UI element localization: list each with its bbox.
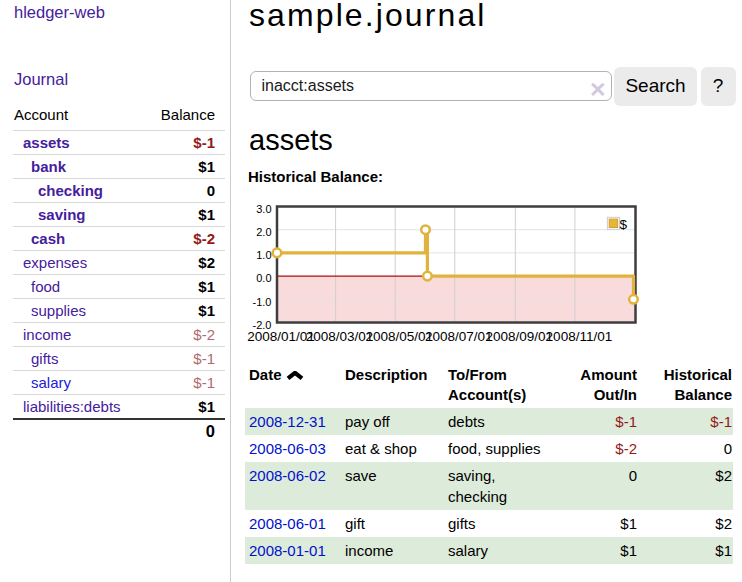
svg-text:0.0: 0.0	[256, 272, 271, 284]
svg-text:2008/07/01: 2008/07/01	[425, 329, 493, 344]
svg-text:2008/03/01: 2008/03/01	[306, 329, 374, 344]
svg-text:2008/11/01: 2008/11/01	[546, 329, 613, 344]
svg-text:$: $	[620, 217, 628, 232]
svg-text:1.0: 1.0	[256, 249, 271, 261]
svg-text:2008/05/01: 2008/05/01	[365, 329, 433, 344]
svg-text:2.0: 2.0	[256, 226, 271, 238]
svg-text:3.0: 3.0	[256, 203, 271, 215]
svg-text:-1.0: -1.0	[253, 296, 272, 308]
svg-text:2008/01/01: 2008/01/01	[247, 329, 315, 344]
svg-text:2008/09/01: 2008/09/01	[486, 329, 554, 344]
